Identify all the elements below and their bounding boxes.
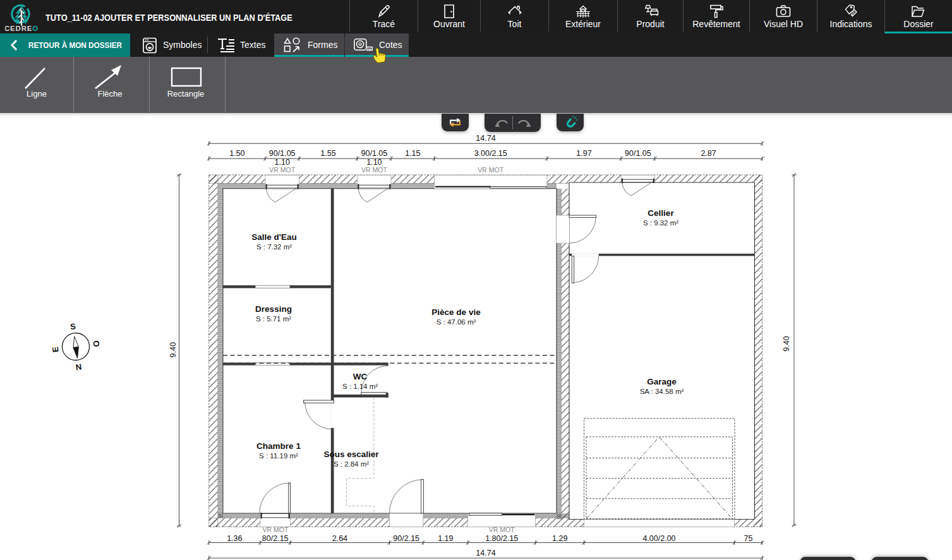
svg-text:90/2.15: 90/2.15 bbox=[393, 534, 419, 543]
svg-text:9.40: 9.40 bbox=[782, 336, 791, 351]
svg-text:90/1.05: 90/1.05 bbox=[361, 149, 388, 158]
svg-text:S : 47.06 m²: S : 47.06 m² bbox=[437, 318, 476, 326]
svg-text:3.00/2.15: 3.00/2.15 bbox=[474, 149, 507, 158]
svg-text:2.87: 2.87 bbox=[701, 149, 716, 158]
svg-text:VR MOT: VR MOT bbox=[478, 166, 503, 174]
svg-text:1.80/2.15: 1.80/2.15 bbox=[485, 534, 518, 543]
svg-text:WC: WC bbox=[353, 372, 368, 381]
svg-text:Dressing: Dressing bbox=[255, 304, 292, 314]
svg-text:SA : 34.58 m²: SA : 34.58 m² bbox=[640, 388, 684, 395]
svg-text:75: 75 bbox=[744, 534, 753, 543]
svg-text:1.55: 1.55 bbox=[320, 149, 335, 158]
svg-text:90/1.05: 90/1.05 bbox=[269, 149, 296, 158]
svg-text:VR MOT: VR MOT bbox=[489, 526, 515, 533]
svg-text:1.19: 1.19 bbox=[438, 534, 453, 543]
svg-text:VR MOT: VR MOT bbox=[263, 526, 289, 533]
svg-text:E: E bbox=[51, 346, 61, 353]
svg-text:1.29: 1.29 bbox=[552, 534, 567, 543]
svg-text:S : 1.14 m²: S : 1.14 m² bbox=[342, 383, 378, 390]
svg-text:1.15: 1.15 bbox=[405, 149, 420, 158]
svg-text:Pièce de vie: Pièce de vie bbox=[431, 307, 481, 317]
svg-text:1.36: 1.36 bbox=[227, 534, 242, 543]
svg-text:Cellier: Cellier bbox=[648, 208, 674, 218]
svg-text:S : 11.19 m²: S : 11.19 m² bbox=[259, 452, 298, 460]
svg-text:4.00/2.00: 4.00/2.00 bbox=[642, 534, 675, 543]
svg-text:S : 5.71 m²: S : 5.71 m² bbox=[256, 315, 291, 323]
svg-text:90/1.05: 90/1.05 bbox=[625, 149, 651, 158]
svg-text:CEDREO: CEDREO bbox=[5, 25, 39, 32]
svg-text:Salle d'Eau: Salle d'Eau bbox=[251, 232, 297, 242]
svg-text:VR MOT: VR MOT bbox=[269, 166, 295, 174]
svg-text:Chambre 1: Chambre 1 bbox=[256, 441, 301, 451]
svg-text:1.97: 1.97 bbox=[576, 149, 591, 158]
svg-text:Garage: Garage bbox=[647, 377, 677, 386]
svg-text:14.74: 14.74 bbox=[476, 549, 495, 557]
svg-text:14.74: 14.74 bbox=[476, 134, 495, 143]
svg-text:S : 7.32 m²: S : 7.32 m² bbox=[256, 243, 292, 251]
svg-text:80/2.15: 80/2.15 bbox=[262, 534, 289, 543]
svg-text:2.64: 2.64 bbox=[332, 534, 347, 543]
svg-text:VR MOT: VR MOT bbox=[361, 166, 387, 174]
svg-text:N: N bbox=[75, 362, 82, 372]
svg-text:Sous escalier: Sous escalier bbox=[323, 450, 379, 459]
svg-text:9.40: 9.40 bbox=[169, 342, 178, 357]
svg-text:S: S bbox=[69, 321, 76, 331]
svg-text:S : 2.84 m²: S : 2.84 m² bbox=[334, 460, 369, 468]
svg-text:O: O bbox=[91, 340, 101, 347]
svg-text:S : 9.32 m²: S : 9.32 m² bbox=[643, 219, 678, 227]
svg-text:1.50: 1.50 bbox=[229, 149, 244, 158]
